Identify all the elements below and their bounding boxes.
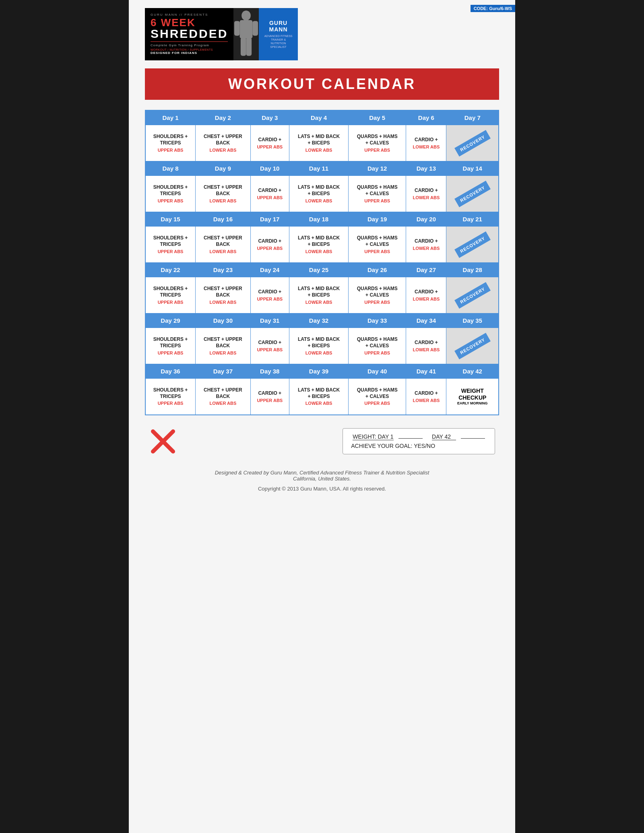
cell-sub-text: LOWER ABS [409,195,444,200]
cell-main-text: CHEST + UPPERBACK [198,235,248,247]
recovery-badge: RECOVERY [454,333,491,359]
calendar-cell: QUARDS + HAMS+ CALVESUPPER ABS [349,125,406,161]
calendar-table: Day 1Day 2Day 3Day 4Day 5Day 6Day 7SHOUL… [145,110,499,415]
cell-sub-text: UPPER ABS [253,398,287,403]
recovery-badge: RECOVERY [454,231,491,258]
cell-sub-text: LOWER ABS [409,398,444,403]
cell-main-text: SHOULDERS +TRICEPS [148,184,193,197]
day-header: Day 26 [349,263,406,277]
cell-main-text: QUARDS + HAMS+ CALVES [351,134,403,146]
cell-main-text: SHOULDERS +TRICEPS [148,235,193,247]
day-header: Day 6 [406,110,446,125]
header-logo: GURU MANN // PRESENTS 6 WEEK SHREDDED Co… [145,8,499,60]
cell-sub-text: LOWER ABS [198,300,248,305]
day-header: Day 41 [406,364,446,379]
calendar-cell: LATS + MID BACK+ BICEPSLOWER ABS [289,379,349,415]
day-header: Day 20 [406,212,446,227]
cell-main-text: CHEST + UPPERBACK [198,336,248,349]
calendar-cell: CARDIO +UPPER ABS [250,125,289,161]
cell-main-text: SHOULDERS +TRICEPS [148,286,193,298]
day-header: Day 38 [250,364,289,379]
designed-for-label: DESIGNED FOR INDIANS [151,51,228,55]
calendar-cell: QUARDS + HAMS+ CALVESUPPER ABS [349,227,406,263]
day-header: Day 32 [289,313,349,328]
svg-rect-2 [234,21,240,35]
day-header: Day 9 [196,161,251,176]
calendar-cell: CARDIO +LOWER ABS [406,277,446,313]
cell-sub-text: UPPER ABS [351,198,403,203]
cell-sub-text: UPPER ABS [148,300,193,305]
day-header: Day 37 [196,364,251,379]
calendar-cell: CHEST + UPPERBACKLOWER ABS [196,277,251,313]
cell-sub-text: LOWER ABS [198,249,248,254]
cell-main-text: CARDIO + [409,289,444,295]
day-header: Day 36 [145,364,196,379]
day-header: Day 27 [406,263,446,277]
early-morning-text: EARLY MORNING [449,401,496,405]
svg-rect-4 [241,37,246,56]
cell-main-text: CARDIO + [409,340,444,346]
day-header: Day 18 [289,212,349,227]
calendar-cell: CARDIO +LOWER ABS [406,328,446,364]
achieve-goal-line: ACHIEVE YOUR GOAL: YES/NO [351,443,487,449]
calendar-cell: LATS + MID BACK+ BICEPSLOWER ABS [289,328,349,364]
cell-main-text: SHOULDERS +TRICEPS [148,336,193,349]
calendar-cell: CHEST + UPPERBACKLOWER ABS [196,227,251,263]
weight-checkup-content: WEIGHTCHECKUPEARLY MORNING [449,388,496,405]
cell-main-text: CARDIO + [409,238,444,245]
cell-main-text: CARDIO + [253,390,287,397]
calendar-cell: CARDIO +UPPER ABS [250,227,289,263]
cell-sub-text: UPPER ABS [148,249,193,254]
day-header: Day 25 [289,263,349,277]
cell-sub-text: LOWER ABS [292,351,346,355]
cell-main-text: CARDIO + [409,188,444,194]
cell-sub-text: UPPER ABS [351,148,403,153]
svg-point-0 [242,10,251,21]
weight-box: WEIGHT: DAY 1 DAY 42 ACHIEVE YOUR GOAL: … [343,428,495,454]
trainer-title: ADVANCED FITNESS TRAINER & NUTRITION SPE… [263,34,294,49]
day-header: Day 24 [250,263,289,277]
logo-box: GURU MANN // PRESENTS 6 WEEK SHREDDED Co… [145,8,298,60]
cell-main-text: CARDIO + [253,340,287,346]
red-x-icon [149,427,177,456]
cell-sub-text: UPPER ABS [351,300,403,305]
calendar-cell: QUARDS + HAMS+ CALVESUPPER ABS [349,277,406,313]
recovery-badge: RECOVERY [454,181,491,207]
day-header: Day 33 [349,313,406,328]
cell-sub-text: UPPER ABS [148,148,193,153]
calendar-cell: RECOVERY [446,227,499,263]
weight-checkup-text: WEIGHTCHECKUP [449,388,496,401]
cell-sub-text: LOWER ABS [409,246,444,251]
title-bar: WORKOUT CALENDAR [145,68,499,100]
trainer-name: GURU MANN [263,20,294,33]
footer-area: WEIGHT: DAY 1 DAY 42 ACHIEVE YOUR GOAL: … [145,427,499,456]
calendar-cell: SHOULDERS +TRICEPSUPPER ABS [145,176,196,212]
cell-sub-text: UPPER ABS [253,195,287,200]
cell-main-text: LATS + MID BACK+ BICEPS [292,184,346,197]
cell-main-text: CARDIO + [409,390,444,397]
calendar-cell: CARDIO +LOWER ABS [406,227,446,263]
complete-gym-label: Complete Gym Training Program [151,43,228,47]
calendar-cell: CARDIO +UPPER ABS [250,328,289,364]
cell-sub-text: UPPER ABS [148,401,193,406]
day-header: Day 35 [446,313,499,328]
weight-day1-line: WEIGHT: DAY 1 DAY 42 [351,433,487,440]
cell-main-text: CARDIO + [409,137,444,143]
day-header: Day 12 [349,161,406,176]
calendar-cell: SHOULDERS +TRICEPSUPPER ABS [145,277,196,313]
cell-sub-text: UPPER ABS [148,351,193,355]
cell-sub-text: LOWER ABS [292,198,346,203]
day-header: Day 31 [250,313,289,328]
calendar-cell: LATS + MID BACK+ BICEPSLOWER ABS [289,125,349,161]
calendar-cell: QUARDS + HAMS+ CALVESUPPER ABS [349,379,406,415]
svg-rect-1 [240,20,253,38]
recovery-badge: RECOVERY [454,130,491,157]
recovery-badge: RECOVERY [454,282,491,309]
calendar-cell: LATS + MID BACK+ BICEPSLOWER ABS [289,277,349,313]
cell-sub-text: LOWER ABS [292,401,346,406]
day-header: Day 7 [446,110,499,125]
cell-main-text: CARDIO + [253,137,287,143]
six-week-label: 6 WEEK [151,17,228,28]
page-title: WORKOUT CALENDAR [145,76,499,93]
calendar-cell: CHEST + UPPERBACKLOWER ABS [196,379,251,415]
